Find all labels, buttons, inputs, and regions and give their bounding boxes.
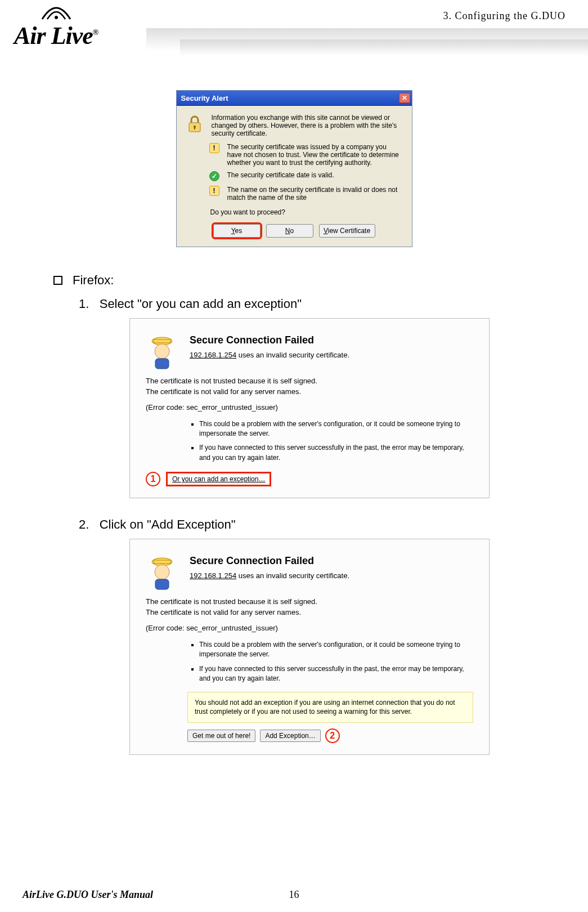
brand-logo: Air Live® <box>14 6 98 34</box>
svg-rect-9 <box>154 560 170 564</box>
warning-icon: ! <box>209 186 219 196</box>
svg-point-10 <box>155 565 169 579</box>
ff-bullet-1: This could be a problem with the server'… <box>199 640 473 660</box>
yes-button[interactable]: Yes <box>213 224 261 238</box>
ff-bullet-2: If you have connected to this server suc… <box>199 664 473 684</box>
ff-bullet-2: If you have connected to this server suc… <box>199 443 473 463</box>
lock-icon <box>186 114 204 134</box>
svg-rect-7 <box>155 359 169 369</box>
dialog-warn-1: The security certificate was issued by a… <box>227 143 403 167</box>
police-icon <box>146 334 178 370</box>
ff-reason-1: The certificate is not trusted because i… <box>146 376 473 387</box>
close-icon[interactable]: ✕ <box>399 93 410 103</box>
step-2: 2. Click on "Add Exception" <box>79 517 588 532</box>
svg-point-0 <box>55 16 58 19</box>
get-me-out-button[interactable]: Get me out of here! <box>187 730 255 742</box>
ff-warning-box: You should not add an exception if you a… <box>187 692 473 723</box>
brand-text: Air Live <box>14 22 93 50</box>
dialog-intro-text: Information you exchange with this site … <box>212 114 403 137</box>
add-exception-button[interactable]: Add Exception… <box>260 730 320 742</box>
ff-error-code: (Error code: sec_error_untrusted_issuer) <box>146 624 473 632</box>
ff-reason-2: The certificate is not valid for any ser… <box>146 387 473 397</box>
view-certificate-button[interactable]: View Certificate <box>319 224 375 238</box>
ff-title: Secure Connection Failed <box>190 555 473 567</box>
header-gradient-2 <box>180 39 588 56</box>
chapter-title: 3. Configuring the G.DUO <box>443 10 565 22</box>
firefox-error-panel-1: Secure Connection Failed 192.168.1.254 u… <box>129 318 490 498</box>
page-footer: AirLive G.DUO User's Manual 16 <box>0 889 588 901</box>
ff-reason-2: The certificate is not valid for any ser… <box>146 607 473 618</box>
registered-mark: ® <box>93 28 98 37</box>
dialog-proceed-text: Do you want to proceed? <box>210 208 403 216</box>
callout-2: 2 <box>325 728 340 743</box>
step-1: 1. Select "or you can add an exception" <box>79 297 588 311</box>
ff-ip-tail: uses an invalid security certificate. <box>236 571 349 580</box>
svg-rect-5 <box>154 339 170 343</box>
ff-error-code: (Error code: sec_error_untrusted_issuer) <box>146 403 473 412</box>
manual-title: AirLive G.DUO User's Manual <box>23 889 153 901</box>
bullet-square-icon <box>53 276 62 285</box>
ff-ip: 192.168.1.254 <box>190 571 236 580</box>
police-icon <box>146 555 178 591</box>
ff-ip: 192.168.1.254 <box>190 351 236 359</box>
dialog-title: Security Alert <box>181 94 228 102</box>
callout-1: 1 <box>146 472 160 486</box>
dialog-warn-2: The name on the security certificate is … <box>227 186 403 202</box>
add-exception-link[interactable]: Or you can add an exception… <box>166 472 271 486</box>
ff-bullet-1: This could be a problem with the server'… <box>199 419 473 439</box>
wifi-arc-icon <box>39 3 73 20</box>
page-header: Air Live® 3. Configuring the G.DUO <box>0 0 588 68</box>
security-alert-dialog: Security Alert ✕ Information you exchang… <box>176 90 412 247</box>
svg-point-6 <box>155 344 169 359</box>
ff-reason-1: The certificate is not trusted because i… <box>146 597 473 607</box>
svg-rect-11 <box>155 579 169 589</box>
warning-icon: ! <box>209 143 219 153</box>
check-icon: ✓ <box>209 171 219 181</box>
ff-title: Secure Connection Failed <box>190 334 473 346</box>
no-button[interactable]: No <box>266 224 313 238</box>
firefox-heading: Firefox: <box>53 273 588 288</box>
ff-ip-tail: uses an invalid security certificate. <box>236 351 349 359</box>
dialog-valid-date: The security certificate date is valid. <box>227 171 334 181</box>
page-number: 16 <box>289 889 299 901</box>
svg-rect-3 <box>194 127 195 129</box>
dialog-titlebar: Security Alert ✕ <box>177 91 412 106</box>
firefox-error-panel-2: Secure Connection Failed 192.168.1.254 u… <box>129 539 490 755</box>
